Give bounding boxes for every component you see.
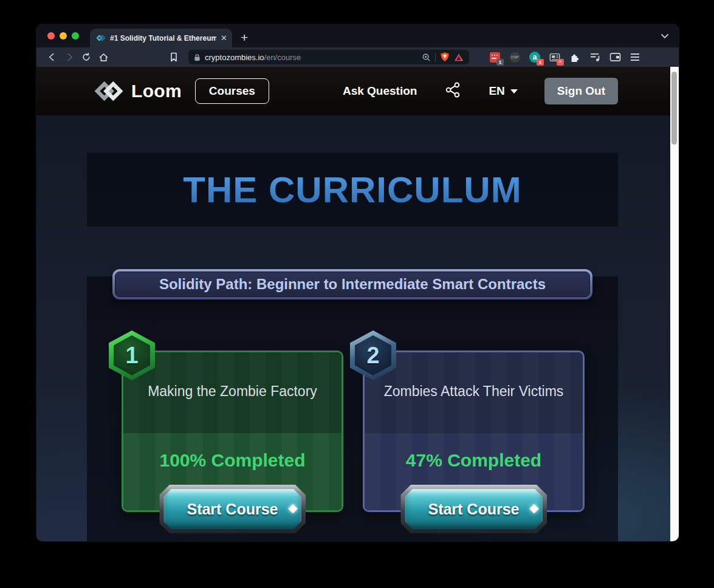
back-icon[interactable] (44, 49, 61, 65)
scrollbar-thumb[interactable] (671, 72, 677, 145)
playlist-icon[interactable] (589, 51, 601, 63)
brand-name: Loom (131, 81, 182, 101)
curriculum-band: THE CURRICULUM (87, 152, 618, 227)
tab-strip: #1 Solidity Tutorial & Ethereum ✕ + (36, 24, 679, 47)
adblock-badge: 1 (496, 59, 504, 66)
course-2-number: 2 (366, 343, 379, 369)
course-1-title: Making the Zombie Factory (148, 383, 317, 400)
lock-icon (194, 53, 201, 61)
brave-rewards-icon[interactable] (454, 53, 464, 62)
puzzle-extensions-icon[interactable] (569, 51, 581, 63)
course-1-number: 1 (125, 343, 138, 369)
reload-icon[interactable] (78, 49, 95, 65)
close-window-button[interactable] (47, 32, 55, 39)
reader-extension-badge: ^ (557, 59, 564, 66)
course-2-title: Zombies Attack Their Victims (384, 383, 564, 400)
chevron-down-icon (510, 89, 518, 94)
adblock-extension-icon[interactable]: 1 (489, 51, 501, 63)
traffic-lights (36, 24, 88, 47)
bookmark-icon[interactable] (165, 49, 182, 65)
course-card-2[interactable]: 2 Zombies Attack Their Victims 47% Compl… (363, 350, 585, 512)
url-text: cryptozombies.io/en/course (205, 53, 417, 62)
share-icon[interactable] (444, 81, 462, 101)
course-2-title-section: Zombies Attack Their Victims (365, 352, 583, 433)
new-tab-button[interactable]: + (241, 30, 248, 45)
course-1-start-button[interactable]: Start Course (159, 485, 306, 533)
tab-close-icon[interactable]: ✕ (221, 34, 227, 42)
zoom-page-icon[interactable] (422, 53, 431, 62)
browser-toolbar: cryptozombies.io/en/course (36, 47, 679, 67)
course-2-start-button[interactable]: Start Course (400, 485, 547, 533)
a-extension-icon[interactable]: a 1 (529, 51, 541, 63)
csp-extension-icon[interactable]: CSP (509, 51, 521, 63)
urlbar-divider (435, 53, 436, 62)
brand[interactable]: Loom (94, 78, 182, 104)
url-path: /en/course (264, 53, 301, 62)
sign-out-button[interactable]: Sign Out (544, 78, 618, 104)
menu-icon[interactable] (629, 51, 641, 63)
home-icon[interactable] (95, 49, 112, 65)
wallet-icon[interactable] (609, 51, 621, 63)
site-favicon (96, 33, 106, 43)
path-banner: Solidity Path: Beginner to Intermediate … (112, 269, 592, 299)
tab-title: #1 Solidity Tutorial & Ethereum (110, 34, 216, 43)
course-1-title-section: Making the Zombie Factory (123, 352, 342, 433)
tab-search-chevron-icon[interactable] (661, 30, 669, 41)
courses-button[interactable]: Courses (195, 78, 269, 104)
browser-window: #1 Solidity Tutorial & Ethereum ✕ + (36, 24, 679, 541)
site-header: Loom Courses Ask Question EN (36, 67, 670, 115)
language-dropdown[interactable]: EN (489, 84, 517, 98)
path-banner-text: Solidity Path: Beginner to Intermediate … (159, 276, 546, 293)
forward-icon[interactable] (61, 49, 78, 65)
zoom-window-button[interactable] (72, 32, 79, 39)
course-card-1[interactable]: 1 Making the Zombie Factory 100% Complet… (122, 350, 343, 512)
minimize-window-button[interactable] (60, 32, 67, 39)
loom-logo-icon (94, 78, 124, 104)
ask-question-link[interactable]: Ask Question (343, 84, 417, 98)
address-bar[interactable]: cryptozombies.io/en/course (188, 50, 469, 64)
page-scrollbar[interactable] (670, 67, 679, 541)
extensions-zone: 1 CSP a 1 ^ (489, 51, 641, 63)
a-extension-badge: 1 (537, 59, 544, 66)
url-domain: cryptozombies.io (205, 53, 264, 62)
page-content: Loom Courses Ask Question EN (36, 67, 679, 541)
reader-extension-icon[interactable]: ^ (549, 51, 561, 63)
brave-shield-icon[interactable] (440, 52, 450, 63)
active-tab[interactable]: #1 Solidity Tutorial & Ethereum ✕ (90, 29, 232, 47)
page-title: THE CURRICULUM (183, 169, 521, 211)
language-label: EN (489, 84, 504, 98)
main-area: THE CURRICULUM Solidity Path: Beginner t… (36, 115, 670, 541)
